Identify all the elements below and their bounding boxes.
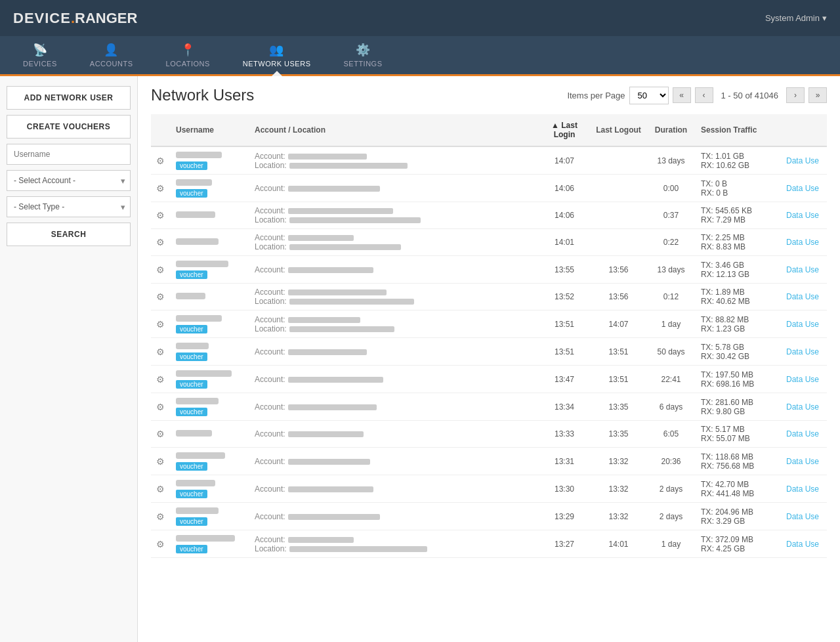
items-per-page-select[interactable]: 50 25 100 [629, 87, 669, 104]
username-cell: voucher [171, 530, 249, 558]
nav-item-accounts[interactable]: 👤 ACCOUNTS [74, 36, 150, 74]
duration-cell: 2 days [646, 503, 696, 530]
content-header: Network Users Items per Page 50 25 100 «… [151, 86, 827, 104]
row-gear-icon[interactable]: ⚙ [156, 183, 165, 194]
data-use-link[interactable]: Data Use [786, 429, 819, 439]
items-per-page-label: Items per Page [567, 91, 625, 100]
duration-cell: 13 days [646, 256, 696, 284]
row-gear-icon[interactable]: ⚙ [156, 347, 165, 357]
data-use-link[interactable]: Data Use [786, 156, 819, 165]
duration-cell: 6 days [646, 393, 696, 421]
col-last-login[interactable]: ▲ Last Login [538, 114, 591, 146]
data-use-link[interactable]: Data Use [786, 540, 819, 549]
system-admin-menu[interactable]: System Admin [765, 13, 827, 23]
row-gear-icon[interactable]: ⚙ [156, 456, 165, 467]
accounts-icon: 👤 [104, 43, 119, 57]
last-page-button[interactable]: » [808, 87, 827, 103]
row-gear-icon[interactable]: ⚙ [156, 319, 165, 330]
pagination-controls: Items per Page 50 25 100 « ‹ 1 - 50 of 4… [567, 87, 827, 104]
duration-cell: 50 days [646, 338, 696, 366]
username-cell: voucher [171, 338, 249, 366]
row-gear-icon[interactable]: ⚙ [156, 374, 165, 385]
devices-icon: 📡 [33, 43, 48, 57]
nav-item-locations[interactable]: 📍 LOCATIONS [150, 36, 226, 74]
row-gear-icon[interactable]: ⚙ [156, 484, 165, 494]
nav-item-settings[interactable]: ⚙️ SETTINGS [327, 36, 398, 74]
voucher-badge: voucher [176, 189, 207, 198]
nav-item-network-users[interactable]: 👥 NETWORK USERS [226, 36, 327, 74]
last-login-cell: 13:51 [538, 338, 591, 366]
traffic-cell: TX: 5.17 MBRX: 55.07 MB [696, 421, 781, 448]
data-use-cell: Data Use [781, 175, 827, 202]
data-use-link[interactable]: Data Use [786, 347, 819, 356]
account-location-cell: Account:Location: [249, 229, 538, 256]
first-page-button[interactable]: « [673, 87, 691, 103]
duration-cell: 0:37 [646, 202, 696, 229]
traffic-cell: TX: 281.60 MBRX: 9.80 GB [696, 393, 781, 421]
traffic-cell: TX: 1.89 MBRX: 40.62 MB [696, 284, 781, 310]
last-logout-cell: 14:01 [591, 530, 646, 558]
create-vouchers-button[interactable]: CREATE VOUCHERS [7, 115, 131, 139]
locations-icon: 📍 [180, 43, 196, 57]
data-use-cell: Data Use [781, 284, 827, 310]
row-gear-icon[interactable]: ⚙ [156, 265, 165, 275]
select-account[interactable]: - Select Account - [7, 170, 131, 191]
page-title: Network Users [151, 86, 254, 104]
row-gear-icon[interactable]: ⚙ [156, 237, 165, 247]
account-location-cell: Account:Location: [249, 530, 538, 558]
data-use-link[interactable]: Data Use [786, 484, 819, 494]
data-use-link[interactable]: Data Use [786, 292, 819, 301]
data-use-link[interactable]: Data Use [786, 402, 819, 412]
data-use-link[interactable]: Data Use [786, 238, 819, 247]
last-login-cell: 13:30 [538, 475, 591, 503]
username-cell [171, 202, 249, 229]
account-location-cell: Account: [249, 175, 538, 202]
next-page-button[interactable]: › [786, 87, 805, 103]
table-row: ⚙voucherAccount:13:3013:322 daysTX: 42.7… [151, 475, 827, 503]
row-gear-icon[interactable]: ⚙ [156, 402, 165, 412]
voucher-badge: voucher [176, 380, 207, 389]
select-type[interactable]: - Select Type - [7, 196, 131, 217]
last-logout-cell [591, 175, 646, 202]
row-gear-icon[interactable]: ⚙ [156, 210, 165, 221]
table-row: ⚙voucherAccount:14:060:00TX: 0 BRX: 0 BD… [151, 175, 827, 202]
data-use-link[interactable]: Data Use [786, 512, 819, 521]
row-gear-icon[interactable]: ⚙ [156, 511, 165, 522]
select-type-wrapper: - Select Type - [7, 196, 131, 217]
nav-item-devices[interactable]: 📡 DEVICES [7, 36, 74, 74]
account-location-cell: Account:Location: [249, 202, 538, 229]
data-use-link[interactable]: Data Use [786, 265, 819, 274]
prev-page-button[interactable]: ‹ [695, 87, 713, 103]
last-logout-cell: 13:51 [591, 366, 646, 393]
voucher-badge: voucher [176, 517, 207, 526]
row-gear-icon[interactable]: ⚙ [156, 539, 165, 549]
row-gear-icon[interactable]: ⚙ [156, 156, 165, 166]
search-button[interactable]: SEARCH [7, 223, 131, 246]
traffic-cell: TX: 3.46 GBRX: 12.13 GB [696, 256, 781, 284]
traffic-cell: TX: 2.25 MBRX: 8.83 MB [696, 229, 781, 256]
add-network-user-button[interactable]: ADD NETWORK USER [7, 86, 131, 110]
table-row: ⚙Account:Location:14:010:22TX: 2.25 MBRX… [151, 229, 827, 256]
account-location-cell: Account: [249, 503, 538, 530]
username-cell: voucher [171, 146, 249, 175]
data-use-cell: Data Use [781, 202, 827, 229]
duration-cell: 0:22 [646, 229, 696, 256]
username-input[interactable] [7, 144, 131, 165]
row-gear-icon[interactable]: ⚙ [156, 429, 165, 439]
data-use-link[interactable]: Data Use [786, 211, 819, 220]
username-cell: voucher [171, 393, 249, 421]
duration-cell: 1 day [646, 530, 696, 558]
traffic-cell: TX: 118.68 MBRX: 756.68 MB [696, 448, 781, 475]
data-use-cell: Data Use [781, 146, 827, 175]
data-use-link[interactable]: Data Use [786, 375, 819, 384]
data-use-link[interactable]: Data Use [786, 320, 819, 329]
data-use-cell: Data Use [781, 338, 827, 366]
table-row: ⚙Account:Location:14:060:37TX: 545.65 KB… [151, 202, 827, 229]
row-gear-icon[interactable]: ⚙ [156, 291, 165, 302]
traffic-cell: TX: 1.01 GBRX: 10.62 GB [696, 146, 781, 175]
col-duration: Duration [646, 114, 696, 146]
data-use-link[interactable]: Data Use [786, 184, 819, 193]
data-use-link[interactable]: Data Use [786, 457, 819, 466]
last-login-cell: 13:51 [538, 310, 591, 338]
last-login-cell: 13:33 [538, 421, 591, 448]
